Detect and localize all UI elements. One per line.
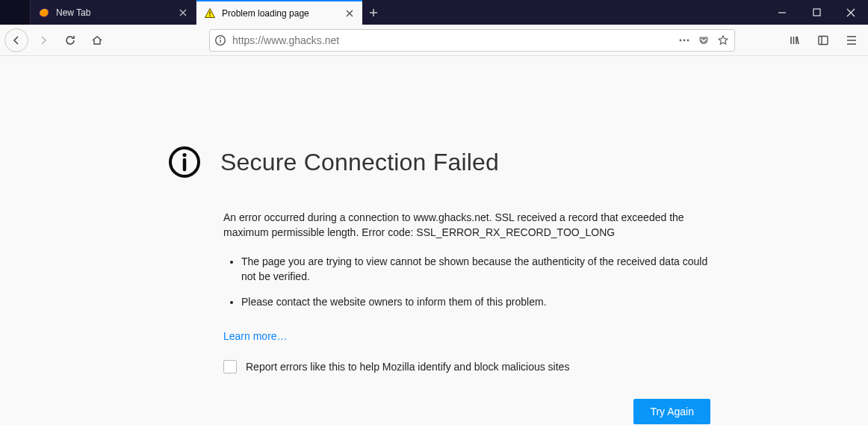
back-button[interactable] — [4, 28, 28, 52]
window-close-button[interactable] — [834, 0, 868, 25]
svg-point-8 — [687, 39, 689, 41]
svg-point-5 — [220, 37, 221, 38]
window-controls — [765, 0, 868, 25]
url-bar[interactable] — [209, 29, 735, 52]
error-description: An error occurred during a connection to… — [223, 210, 710, 241]
error-bullet: Please contact the website owners to inf… — [241, 294, 710, 309]
error-title: Secure Connection Failed — [220, 149, 499, 176]
report-label: Report errors like this to help Mozilla … — [246, 361, 569, 373]
svg-point-7 — [683, 39, 686, 41]
error-info-icon — [168, 146, 201, 179]
sidebar-icon[interactable] — [811, 28, 835, 52]
tab-close-icon[interactable] — [344, 8, 355, 19]
try-again-button[interactable]: Try Again — [633, 399, 710, 424]
library-icon[interactable] — [783, 28, 807, 52]
error-bullet: The page you are trying to view cannot b… — [241, 254, 710, 285]
page-actions-icon[interactable] — [678, 34, 691, 47]
learn-more-link[interactable]: Learn more… — [223, 330, 288, 342]
svg-rect-1 — [209, 11, 210, 15]
content-area: Secure Connection Failed An error occurr… — [0, 56, 868, 425]
report-checkbox[interactable] — [223, 360, 237, 373]
error-page: Secure Connection Failed An error occurr… — [128, 56, 740, 424]
warning-icon — [204, 7, 216, 19]
window-minimize-button[interactable] — [765, 0, 799, 25]
tab-problem-loading[interactable]: Problem loading page — [196, 0, 362, 25]
nav-toolbar — [0, 25, 868, 56]
new-tab-button[interactable] — [362, 0, 385, 25]
info-icon[interactable] — [214, 34, 226, 46]
tab-label: Problem loading page — [222, 8, 338, 19]
reload-button[interactable] — [58, 28, 82, 52]
svg-rect-2 — [209, 15, 210, 16]
url-input[interactable] — [232, 34, 672, 46]
tab-close-icon[interactable] — [178, 7, 188, 18]
forward-button[interactable] — [31, 28, 55, 52]
app-menu-button[interactable] — [840, 28, 864, 52]
bookmark-star-icon[interactable] — [716, 34, 730, 47]
window-maximize-button[interactable] — [799, 0, 834, 25]
tab-label: New Tab — [56, 7, 172, 18]
svg-point-12 — [182, 153, 186, 157]
tab-new-tab[interactable]: New Tab — [31, 0, 196, 25]
pocket-icon[interactable] — [697, 34, 710, 47]
titlebar-leading — [0, 0, 31, 25]
titlebar: New Tab Problem loading page — [0, 0, 868, 25]
svg-rect-9 — [819, 36, 828, 44]
svg-point-6 — [680, 39, 682, 41]
firefox-icon — [38, 7, 50, 19]
home-button[interactable] — [85, 28, 109, 52]
svg-rect-3 — [813, 9, 820, 16]
